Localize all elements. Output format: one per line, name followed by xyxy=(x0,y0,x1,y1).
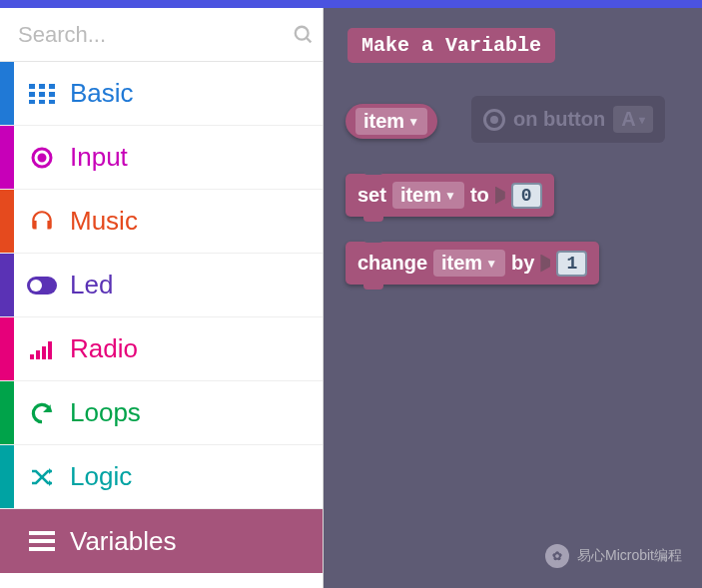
category-loops[interactable]: Loops xyxy=(0,381,323,445)
svg-rect-10 xyxy=(49,100,55,104)
category-label: Loops xyxy=(70,397,141,428)
category-label: Led xyxy=(70,270,113,300)
variable-dropdown[interactable]: item ▼ xyxy=(355,108,427,135)
category-label: Music xyxy=(70,206,138,237)
category-stripe xyxy=(0,381,14,444)
change-value-input[interactable]: 1 xyxy=(556,251,587,277)
svg-rect-6 xyxy=(39,92,45,97)
gear-icon xyxy=(483,109,505,131)
variable-dropdown[interactable]: item ▼ xyxy=(392,182,464,209)
on-button-block-ghost[interactable]: on button A ▾ xyxy=(471,96,665,143)
variable-name: item xyxy=(441,252,482,275)
input-socket xyxy=(495,187,505,205)
category-sidebar: Basic Input Music Led xyxy=(0,8,324,588)
block-text: set xyxy=(357,184,386,207)
variable-name: item xyxy=(363,110,404,133)
category-input[interactable]: Input xyxy=(0,126,323,190)
block-canvas[interactable]: Make a Variable item ▼ on button A ▾ set… xyxy=(324,8,702,588)
headphones-icon xyxy=(14,209,70,235)
category-stripe xyxy=(0,445,14,508)
search-input[interactable] xyxy=(18,22,293,48)
set-variable-block[interactable]: set item ▼ to 0 xyxy=(346,174,554,217)
chevron-down-icon: ▾ xyxy=(639,113,645,127)
app-top-bar xyxy=(0,0,702,8)
category-music[interactable]: Music xyxy=(0,190,323,254)
variable-dropdown[interactable]: item ▼ xyxy=(433,250,505,277)
chevron-down-icon: ▼ xyxy=(407,115,419,129)
change-variable-block[interactable]: change item ▼ by 1 xyxy=(346,242,599,285)
list-icon xyxy=(14,531,70,551)
category-stripe xyxy=(0,190,14,253)
toggle-icon xyxy=(14,277,70,294)
target-icon xyxy=(14,146,70,170)
svg-rect-18 xyxy=(48,341,52,359)
svg-point-0 xyxy=(296,26,309,39)
svg-rect-4 xyxy=(49,84,55,89)
svg-point-14 xyxy=(30,280,42,292)
main-area: Basic Input Music Led xyxy=(0,8,702,588)
input-socket xyxy=(540,255,550,273)
block-text: on button xyxy=(513,108,605,131)
category-label: Variables xyxy=(70,526,176,557)
make-variable-button[interactable]: Make a Variable xyxy=(348,28,555,63)
search-icon[interactable] xyxy=(293,24,315,46)
category-label: Input xyxy=(70,142,128,173)
category-stripe xyxy=(0,62,14,125)
watermark-icon: ✿ xyxy=(545,544,569,568)
svg-rect-8 xyxy=(29,100,35,104)
grid-icon xyxy=(14,84,70,104)
category-label: Radio xyxy=(70,333,138,364)
variable-item-block[interactable]: item ▼ xyxy=(346,104,437,139)
button-dropdown[interactable]: A ▾ xyxy=(613,106,652,133)
block-text: to xyxy=(470,184,489,207)
category-label: Basic xyxy=(70,78,134,109)
signal-icon xyxy=(14,339,70,359)
svg-line-1 xyxy=(307,37,312,42)
category-logic[interactable]: Logic xyxy=(0,445,323,509)
svg-rect-3 xyxy=(39,84,45,89)
svg-rect-5 xyxy=(29,92,35,97)
svg-rect-17 xyxy=(42,346,46,359)
svg-rect-20 xyxy=(29,539,55,543)
category-label: Logic xyxy=(70,461,132,492)
watermark-text: 易心Microbit编程 xyxy=(577,547,682,565)
svg-point-12 xyxy=(39,155,45,161)
category-variables[interactable]: Variables xyxy=(0,509,323,573)
svg-rect-15 xyxy=(30,354,34,359)
block-text: by xyxy=(511,252,534,275)
shuffle-icon xyxy=(14,465,70,489)
category-basic[interactable]: Basic xyxy=(0,62,323,126)
chevron-down-icon: ▼ xyxy=(444,189,456,203)
category-stripe xyxy=(0,509,14,573)
chevron-down-icon: ▼ xyxy=(485,257,497,271)
svg-rect-7 xyxy=(49,92,55,97)
category-radio[interactable]: Radio xyxy=(0,317,323,381)
block-text: change xyxy=(357,252,427,275)
refresh-icon xyxy=(14,400,70,426)
svg-rect-19 xyxy=(29,531,55,535)
button-value: A xyxy=(621,108,635,131)
variable-name: item xyxy=(400,184,441,207)
svg-rect-21 xyxy=(29,547,55,551)
svg-rect-16 xyxy=(36,350,40,359)
set-value-input[interactable]: 0 xyxy=(511,183,542,209)
category-stripe xyxy=(0,126,14,189)
svg-rect-2 xyxy=(29,84,35,89)
category-stripe xyxy=(0,317,14,380)
category-stripe xyxy=(0,254,14,316)
watermark: ✿ 易心Microbit编程 xyxy=(545,544,682,568)
svg-rect-9 xyxy=(39,100,45,104)
category-led[interactable]: Led xyxy=(0,254,323,317)
search-row xyxy=(0,8,323,62)
